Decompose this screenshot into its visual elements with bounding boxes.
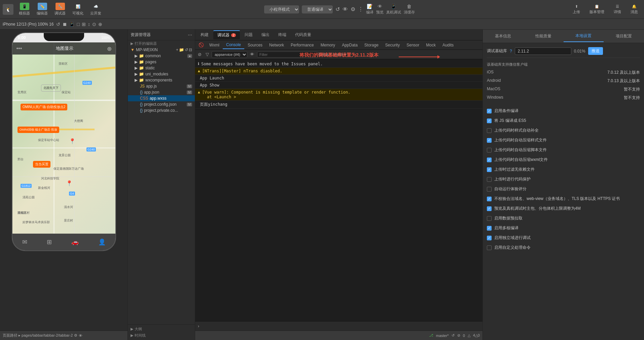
subtab-performance[interactable]: Performance (287, 41, 317, 49)
console-filter-input[interactable] (257, 52, 318, 58)
map-label-1[interactable]: OMINI人民广场·自助投放点2 (21, 104, 67, 110)
tab-local-settings[interactable]: 本地设置 (564, 30, 604, 42)
new-folder-btn[interactable]: 📁 (179, 47, 184, 52)
checkbox-7[interactable] (487, 177, 492, 182)
open-editors-label[interactable]: ▶ 打开的编辑器 (128, 40, 195, 47)
context-select[interactable]: appservice (#4) (212, 51, 247, 58)
collapse-btn[interactable]: ⊟ (189, 47, 192, 52)
tab-output[interactable]: 编出 (257, 31, 274, 39)
back-icon[interactable]: ••• (16, 45, 22, 52)
file-item-appwxss[interactable]: CSS app.wxss (128, 95, 195, 101)
checkbox-2[interactable] (487, 128, 492, 133)
toolbar-filter-icon[interactable]: ▽ (204, 52, 210, 57)
phone-nav-scan[interactable]: ⊞ (47, 238, 52, 246)
rotate-icon[interactable]: ⊙ (92, 22, 96, 27)
checkbox-12[interactable]: ✓ (487, 226, 492, 231)
tab-debugger[interactable]: 调试器 2 (213, 30, 240, 39)
checkbox-1[interactable]: ✓ (487, 118, 492, 123)
checkbox-10[interactable]: ✓ (487, 206, 492, 211)
subtab-network[interactable]: Network (266, 41, 287, 49)
new-file-icon[interactable]: ⋯ (188, 32, 192, 37)
refresh-icon[interactable]: ↺ (335, 6, 340, 12)
checkbox-9[interactable]: ✓ (487, 197, 492, 201)
eye-path-icon[interactable]: 👁 (79, 334, 82, 338)
checkbox-4[interactable] (487, 148, 492, 152)
sync-icon[interactable]: ↺ (452, 333, 455, 338)
editor-btn[interactable]: ✏️ 编辑器 (34, 1, 50, 17)
push-button[interactable]: 推送 (588, 47, 603, 55)
default-levels-select[interactable]: Default levels ▾ (319, 52, 346, 57)
phone-nav-map[interactable]: 🚗 (71, 238, 79, 246)
tab-performance[interactable]: 性能质量 (523, 31, 564, 42)
refresh-btn[interactable]: ↺ (185, 47, 188, 52)
checkbox-3[interactable]: ✓ (487, 138, 492, 143)
checkbox-5[interactable]: ✓ (487, 158, 492, 162)
checkbox-8[interactable] (487, 187, 492, 192)
version-mgr-btn[interactable]: 📋 版本管理 (586, 3, 608, 16)
subtab-sensor[interactable]: Sensor (403, 41, 423, 49)
subtab-wxml[interactable]: Wxml (206, 41, 223, 49)
phone-icon[interactable]: 📱 (69, 22, 75, 27)
outline-label[interactable]: ▶ 大纲 (131, 326, 192, 332)
subtab-memory[interactable]: Memory (317, 41, 338, 49)
resize-icon[interactable]: ↕ (88, 22, 90, 27)
file-item-static[interactable]: ▶ 📁 static (128, 65, 195, 71)
compile-select[interactable]: 普通编译 (302, 5, 333, 13)
timeline-label[interactable]: ▶ 时间线 (131, 332, 192, 339)
file-item-unimodules[interactable]: ▶ 📁 uni_modules (128, 71, 195, 77)
file-item-projectconfig[interactable]: {} project.config.json M (128, 101, 195, 107)
subtab-security[interactable]: Security (382, 41, 403, 49)
home-icon[interactable]: ⊕ (98, 22, 102, 27)
tab-issues[interactable]: 问题 (241, 31, 257, 39)
subtab-appdata[interactable]: AppData (338, 41, 361, 49)
tab-project-config[interactable]: 项目配置 (604, 31, 644, 42)
toolbar-stop-icon[interactable]: ⊘ (196, 52, 203, 57)
settings-path-icon[interactable]: ⚙ (74, 333, 77, 338)
eye-icon[interactable]: 👁 (343, 6, 348, 12)
cloud-btn[interactable]: ☁️ 云开发 (87, 1, 104, 17)
visual-btn[interactable]: 📊 可视化 (70, 1, 86, 17)
file-item-projectprivate[interactable]: {} project.private.co... (128, 107, 195, 113)
subtab-console[interactable]: Console (223, 41, 244, 49)
file-item-appjs[interactable]: JS app.js M (128, 83, 195, 89)
tab-build[interactable]: 构建 (196, 31, 213, 39)
square-icon[interactable]: □ (77, 22, 79, 27)
map-label-2[interactable]: OMINI回收·福士广场店·投放 (17, 127, 59, 133)
subtab-storage[interactable]: Storage (361, 41, 382, 49)
refresh-sim-icon[interactable]: ↺ (56, 22, 60, 27)
debug-lib-input[interactable] (515, 47, 571, 55)
checkbox-14[interactable] (487, 245, 492, 250)
clear-subtab-icon[interactable]: 🚫 (196, 42, 206, 47)
checkbox-13[interactable]: ✓ (487, 236, 492, 240)
simulator-btn[interactable]: 📱 模拟器 (16, 1, 33, 17)
subtab-audits[interactable]: Audits (439, 41, 457, 49)
location-icon[interactable]: ◎ (107, 46, 111, 51)
checkbox-11[interactable] (487, 216, 492, 221)
root-folder[interactable]: ▼ MP-WEIXIN + 📁 ↺ ⊟ (128, 47, 195, 53)
console-input[interactable] (199, 324, 480, 329)
debugger-btn[interactable]: 🔧 调试器 (52, 1, 68, 17)
file-item-pages[interactable]: ▶ 📁 pages (128, 59, 195, 65)
file-item-common[interactable]: ▶ 📁 common ● (128, 53, 195, 59)
mode-select[interactable]: 小程序模式 (264, 5, 299, 13)
help-icon[interactable]: ? (510, 49, 512, 54)
checkbox-0[interactable]: ✓ (487, 109, 492, 113)
detail-btn[interactable]: ☰ 详情 (610, 3, 624, 16)
subtab-sources[interactable]: Sources (244, 41, 266, 49)
grid-icon[interactable]: ⊞ (82, 22, 86, 27)
more-icon[interactable]: ⋮ (358, 6, 363, 12)
map-label-3[interactable]: 当当买置 (33, 161, 50, 168)
tab-code-quality[interactable]: 代码质量 (291, 31, 315, 39)
message-btn[interactable]: 🔔 消息 (627, 3, 641, 16)
new-file-btn[interactable]: + (176, 47, 178, 52)
stop-icon[interactable]: ⏹ (62, 22, 67, 27)
file-item-wxcomponents[interactable]: ▶ 📁 wxcomponents (128, 77, 195, 83)
phone-nav-profile[interactable]: 👤 (98, 238, 106, 246)
tab-terminal[interactable]: 终端 (274, 31, 290, 39)
settings-icon[interactable]: ⚙ (351, 6, 355, 12)
tab-basic-info[interactable]: 基本信息 (483, 31, 523, 42)
file-item-appjson[interactable]: {} app.json M (128, 89, 195, 95)
checkbox-6[interactable]: ✓ (487, 167, 492, 172)
subtab-mock[interactable]: Mock (423, 41, 439, 49)
upload-btn[interactable]: ⬆ 上传 (569, 3, 583, 16)
